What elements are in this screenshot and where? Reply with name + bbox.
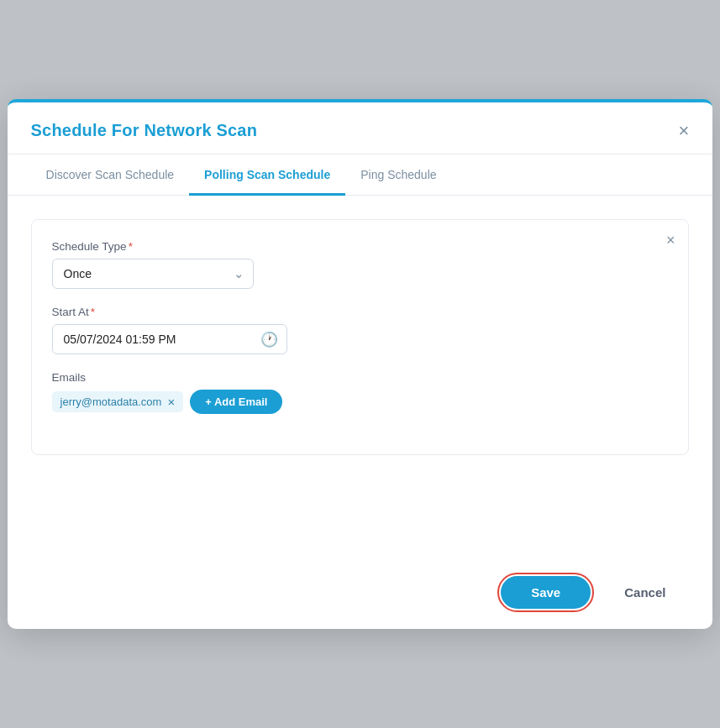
emails-field: Emails jerry@motadata.com × + Add Email	[52, 371, 669, 414]
tab-discover-scan-schedule[interactable]: Discover Scan Schedule	[31, 155, 190, 196]
email-tag-value: jerry@motadata.com	[60, 395, 162, 408]
cancel-button[interactable]: Cancel	[601, 576, 689, 609]
modal-overlay: Schedule For Network Scan × Discover Sca…	[0, 0, 720, 728]
schedule-type-label: Schedule Type*	[52, 240, 669, 253]
modal-footer: Save Cancel	[8, 556, 713, 629]
tab-bar: Discover Scan Schedule Polling Scan Sche…	[8, 155, 713, 196]
schedule-type-select[interactable]: Once Hourly Daily Weekly Monthly	[52, 259, 254, 289]
email-tag: jerry@motadata.com ×	[52, 391, 184, 412]
modal-close-button[interactable]: ×	[679, 122, 690, 140]
schedule-type-field: Schedule Type* Once Hourly Daily Weekly …	[52, 240, 669, 289]
schedule-type-select-wrapper: Once Hourly Daily Weekly Monthly ⌄	[52, 259, 254, 289]
modal-body: × Schedule Type* Once Hourly Daily Weekl…	[8, 196, 713, 455]
tab-ping-schedule[interactable]: Ping Schedule	[345, 155, 451, 196]
email-tag-remove-button[interactable]: ×	[167, 395, 175, 408]
modal-title: Schedule For Network Scan	[31, 121, 258, 140]
modal-dialog: Schedule For Network Scan × Discover Sca…	[8, 99, 713, 629]
modal-header: Schedule For Network Scan ×	[8, 102, 713, 155]
add-email-button[interactable]: + Add Email	[190, 390, 282, 414]
start-at-field: Start At* 🕐	[52, 306, 669, 354]
schedule-card: × Schedule Type* Once Hourly Daily Weekl…	[31, 219, 690, 455]
emails-container: jerry@motadata.com × + Add Email	[52, 390, 669, 414]
start-at-label: Start At*	[52, 306, 669, 318]
start-at-input-wrapper: 🕐	[52, 324, 287, 354]
card-close-button[interactable]: ×	[666, 232, 675, 249]
save-button[interactable]: Save	[501, 576, 591, 609]
start-at-input[interactable]	[52, 324, 287, 354]
tab-polling-scan-schedule[interactable]: Polling Scan Schedule	[189, 155, 345, 196]
emails-label: Emails	[52, 371, 669, 384]
